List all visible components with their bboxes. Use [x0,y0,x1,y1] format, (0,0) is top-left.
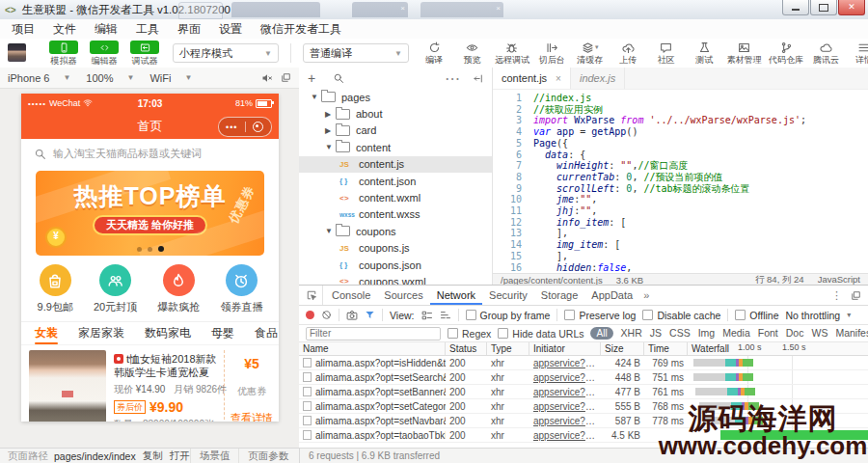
action-详情[interactable]: 详情 [849,41,868,67]
devtools-tab-Storage[interactable]: Storage [534,286,585,305]
tree-item-coupons.js[interactable]: JScoupons.js [299,240,492,257]
tree-item-coupons[interactable]: ▼coupons [299,223,492,239]
quick-nav-9.9包邮[interactable]: 9.9包邮 [38,264,73,314]
scene-value-button[interactable]: 场景值 [190,449,239,463]
filter-type-CSS[interactable]: CSS [669,327,691,340]
filter-type-WS[interactable]: WS [811,327,827,340]
devtools-tab-Sources[interactable]: Sources [377,286,429,305]
network-request-row[interactable]: alimama.aspx?opt=setNavbar&type=2200xhra… [299,414,868,428]
column-header-Waterfall[interactable]: Waterfall1.00 s1.50 s [688,342,868,355]
filter-type-XHR[interactable]: XHR [621,327,642,340]
tree-item-content[interactable]: ▼content [299,139,492,155]
category-tab-女装[interactable]: 女装 [35,322,58,344]
quick-nav-领券直播[interactable]: 领券直播 [220,264,262,314]
checkbox-Offline[interactable]: Offline [735,310,778,321]
column-header-Time[interactable]: Time [644,342,688,355]
tree-item-content.json[interactable]: { }content.json [299,173,492,189]
more-menu-button[interactable]: ••• [219,123,245,131]
action-编译[interactable]: 编译 [419,41,449,67]
request-initiator[interactable]: appservice?t=15327… [529,358,601,368]
maximize-button[interactable] [810,0,837,15]
模拟器-button[interactable]: 模拟器 [49,41,78,68]
category-tab-家居家装[interactable]: 家居家装 [78,322,124,344]
checkbox[interactable] [735,310,746,320]
filter-type-Doc[interactable]: Doc [786,327,804,340]
code-area[interactable]: 1//index.js2//获取应用实例3import WxParse from… [493,90,868,273]
waterfall-view-icon[interactable] [440,310,451,321]
action-素材管理[interactable]: 素材管理 [727,41,762,67]
column-header-Name[interactable]: Name [299,342,446,355]
device-select[interactable]: iPhone 6▼ [8,72,70,84]
filter-type-Font[interactable]: Font [758,327,778,340]
minimize-button[interactable] [782,0,809,15]
action-远程调试[interactable]: 远程调试 [495,41,529,67]
more-tabs-chevron[interactable]: » [639,289,653,301]
checkbox[interactable] [642,310,653,320]
mute-icon[interactable] [261,72,273,84]
checkbox[interactable] [564,310,575,320]
tree-item-content.wxml[interactable]: < >content.wxml [299,189,492,205]
menu-item-界面[interactable]: 界面 [177,21,201,38]
tree-item-pages[interactable]: ▼pages [299,89,492,105]
action-腾讯云[interactable]: 腾讯云 [811,41,842,67]
filter-type-JS[interactable]: JS [650,327,662,340]
tree-item-content.wxss[interactable]: wxsscontent.wxss [299,206,492,223]
action-上传[interactable]: 上传 [612,41,643,67]
tree-item-coupons.wxml[interactable]: < >coupons.wxml [299,273,492,285]
checkbox-Disable cache[interactable]: Disable cache [642,310,720,321]
request-initiator[interactable]: appservice?t=15327… [529,372,601,383]
devtools-menu-icon[interactable]: ⋮ [831,289,842,302]
devtools-tab-Security[interactable]: Security [482,286,534,305]
filter-input[interactable] [306,327,441,340]
tree-item-content.js[interactable]: JScontent.js [299,156,492,173]
search-files-icon[interactable] [333,72,344,84]
menu-item-微信开发者工具[interactable]: 微信开发者工具 [260,21,341,38]
network-request-row[interactable]: alimama.aspx?opt=isHidden&type=2200xhrap… [299,356,868,370]
add-file-button[interactable]: + [308,71,315,85]
column-header-Size[interactable]: Size [601,342,644,355]
filter-icon[interactable] [365,310,375,320]
tree-item-card[interactable]: ▶card [299,123,492,139]
collapse-sidebar-icon[interactable] [473,73,483,84]
filter-type-Media[interactable]: Media [722,327,750,340]
checkbox-Preserve log[interactable]: Preserve log [564,310,636,321]
detach-window-icon[interactable] [281,72,291,83]
action-清缓存[interactable]: ▾清缓存 [575,41,606,67]
initiator-link[interactable]: appservice?t=15327… [533,358,601,368]
network-request-row[interactable]: alimama.aspx?opt=setBanner&type=2200xhra… [299,385,868,399]
regex-checkbox[interactable] [448,328,458,339]
filter-type-Img[interactable]: Img [698,327,716,340]
category-tab-母婴[interactable]: 母婴 [211,322,234,344]
checkbox-Group by frame[interactable]: Group by frame [466,310,551,321]
request-initiator[interactable]: appservice?t=15327… [529,401,601,412]
throttling-select[interactable]: No throttling [786,310,841,321]
category-tab-食品[interactable]: 食品 [255,322,278,344]
copy-path-link[interactable]: 复制 [143,449,163,463]
network-request-row[interactable]: alimama.aspx?opt=taobaoTbkDgItemCou…200x… [299,428,868,443]
editor-tab-content.js[interactable]: content.js× [493,68,571,89]
category-tab-数码家电[interactable]: 数码家电 [145,322,191,344]
initiator-link[interactable]: appservice?t=15327… [533,372,601,383]
调试器-button[interactable]: 调试器 [130,41,159,68]
user-avatar[interactable] [8,43,26,62]
编辑器-button[interactable]: 编辑器 [90,41,119,68]
network-request-row[interactable]: alimama.aspx?opt=setSearch&type=2200xhra… [299,370,868,385]
menu-item-项目[interactable]: 项目 [12,21,35,38]
menu-item-编辑[interactable]: 编辑 [95,21,118,38]
promo-banner[interactable]: 优惠券 热推TOP榜单 天天精选 给你好推 ¥ [36,171,264,256]
column-header-Initiator[interactable]: Initiator [529,342,601,355]
devtools-tab-Network[interactable]: Network [430,286,482,305]
initiator-link[interactable]: appservice?t=15327… [533,416,601,426]
request-initiator[interactable]: appservice?t=15327… [529,387,601,397]
inspect-element-icon[interactable] [301,286,323,305]
checkbox[interactable] [466,310,476,320]
tree-item-about[interactable]: ▶about [299,105,492,122]
initiator-link[interactable]: appservice?t=15327… [533,430,601,441]
compile-mode-select[interactable]: 普通编译▼ [303,43,409,63]
filter-type-Manifest[interactable]: Manifest [835,327,868,340]
list-view-icon[interactable] [421,310,433,321]
editor-tab-index.js[interactable]: index.js [571,68,625,89]
mode-select[interactable]: 小程序模式▼ [173,43,279,63]
open-path-link[interactable]: 打开 [170,449,190,463]
record-button[interactable] [306,311,314,319]
